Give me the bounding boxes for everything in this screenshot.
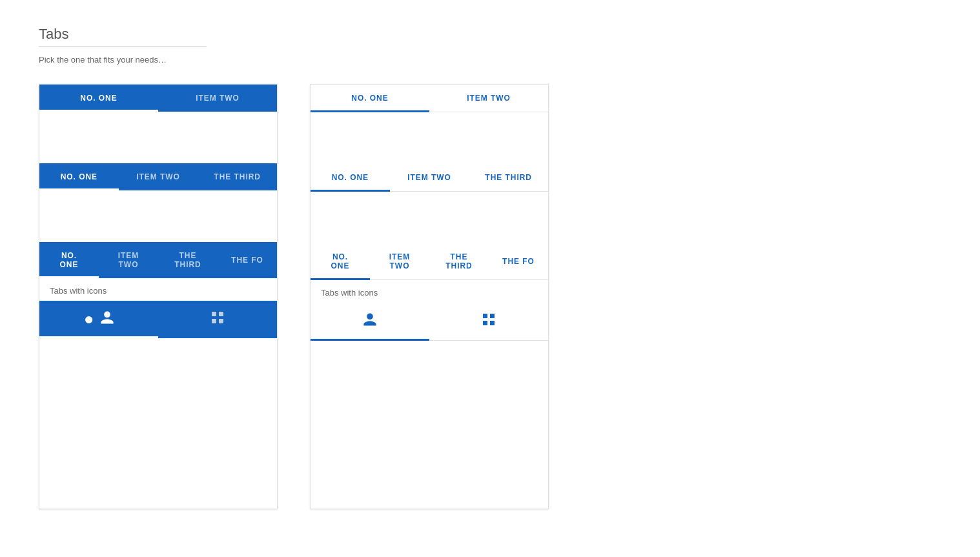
tab-the-fo-6[interactable]: THE FO — [489, 243, 548, 279]
tab-no-one-1[interactable]: NO. ONE — [39, 85, 158, 112]
tab-no-one-6[interactable]: NO. ONE — [311, 243, 370, 279]
icons-label-right: Tabs with icons — [311, 280, 548, 303]
page-title: Tabs — [39, 26, 941, 43]
left-demo-card: NO. ONE ITEM TWO NO. ONE ITEM TWO THE TH… — [39, 84, 278, 509]
tab-item-two-3[interactable]: ITEM TWO — [99, 242, 158, 278]
tab-grid-icon-right[interactable] — [429, 303, 548, 340]
icons-label-left: Tabs with icons — [39, 278, 277, 301]
tab-no-one-5[interactable]: NO. ONE — [311, 164, 390, 191]
tab-no-one-2[interactable]: NO. ONE — [39, 163, 119, 190]
three-tabs-filled-bar: NO. ONE ITEM TWO THE THIRD — [39, 163, 277, 190]
icon-content-left — [39, 338, 277, 506]
right-demo-card: NO. ONE ITEM TWO NO. ONE ITEM TWO THE TH… — [310, 84, 549, 509]
tab-content-4 — [311, 112, 548, 164]
tab-the-fo-3[interactable]: THE FO — [218, 242, 277, 278]
icon-tabs-outlined — [311, 303, 548, 341]
two-tabs-outlined-bar: NO. ONE ITEM TWO — [311, 85, 548, 112]
person-icon-left: ⚫︎ — [83, 310, 115, 329]
tab-person-icon-right[interactable] — [311, 303, 429, 340]
tab-item-two-4[interactable]: ITEM TWO — [429, 85, 548, 112]
icon-content-right — [311, 341, 548, 509]
icon-tabs-filled: ⚫︎ — [39, 301, 277, 338]
three-tabs-outlined-bar: NO. ONE ITEM TWO THE THIRD — [311, 164, 548, 192]
tab-content-5 — [311, 192, 548, 243]
tab-person-icon-left[interactable]: ⚫︎ — [39, 301, 158, 338]
tab-grid-icon-left[interactable] — [158, 301, 277, 338]
tab-the-third-5[interactable]: THE THIRD — [469, 164, 548, 191]
tab-item-two-5[interactable]: ITEM TWO — [390, 164, 469, 191]
two-tabs-filled-bar: NO. ONE ITEM TWO — [39, 85, 277, 112]
tab-the-third-3[interactable]: THE THIRD — [158, 242, 218, 278]
tab-item-two-1[interactable]: ITEM TWO — [158, 85, 277, 112]
page-subtitle: Pick the one that fits your needs… — [39, 55, 941, 65]
tab-no-one-3[interactable]: NO. ONE — [39, 242, 99, 278]
tab-the-third-6[interactable]: THE THIRD — [429, 243, 489, 279]
tab-item-two-2[interactable]: ITEM TWO — [119, 163, 198, 190]
tab-no-one-4[interactable]: NO. ONE — [311, 85, 429, 112]
tab-content-1 — [39, 112, 277, 163]
tab-item-two-6[interactable]: ITEM TWO — [370, 243, 429, 279]
page-divider — [39, 46, 207, 47]
person-icon-right — [362, 312, 378, 331]
tab-the-third-2[interactable]: THE THIRD — [198, 163, 277, 190]
demos-row: NO. ONE ITEM TWO NO. ONE ITEM TWO THE TH… — [39, 84, 941, 509]
grid-icon-right — [481, 312, 496, 331]
four-tabs-filled-bar: NO. ONE ITEM TWO THE THIRD THE FO — [39, 242, 277, 278]
grid-icon-left — [210, 310, 225, 329]
four-tabs-outlined-bar: NO. ONE ITEM TWO THE THIRD THE FO — [311, 243, 548, 280]
tab-content-2 — [39, 190, 277, 242]
